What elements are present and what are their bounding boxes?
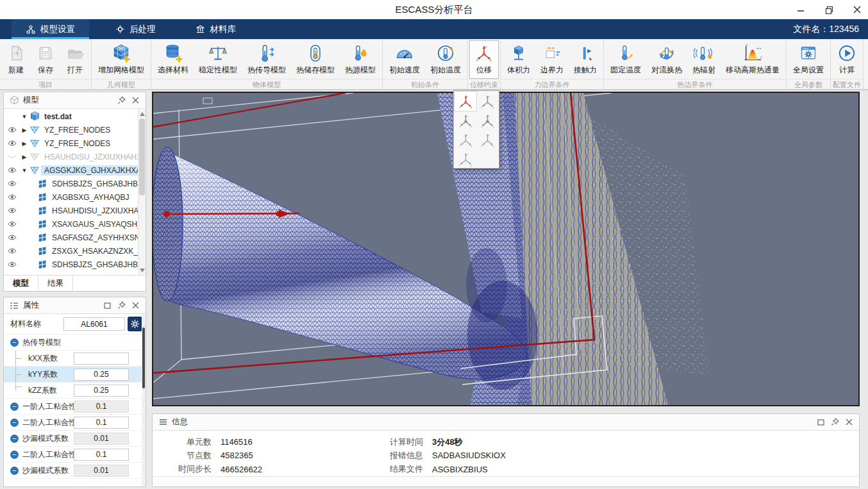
select-material-button[interactable]: 选择材料 [153, 40, 194, 79]
scrollbar-thumb[interactable] [139, 119, 145, 195]
new-button[interactable]: 新建 [1, 40, 31, 79]
initial-velocity-button[interactable]: 初始速度 [384, 40, 425, 79]
visibility-eye-icon[interactable] [4, 208, 21, 213]
expander-icon[interactable]: ▶ [21, 140, 28, 147]
constraint-option-z-axis-alt[interactable] [476, 130, 498, 149]
tree-root-row[interactable]: ▼ test.dat [4, 110, 146, 123]
constraint-option-z-only[interactable] [455, 149, 476, 169]
restore-icon[interactable] [823, 4, 835, 15]
fixed-temperature-button[interactable]: 固定温度 [605, 40, 646, 79]
add-mesh-model-button[interactable]: 增加网格模型 [93, 40, 149, 79]
tab-model-settings[interactable]: 模型设置 [12, 19, 89, 39]
open-button[interactable]: 打开 [60, 40, 90, 79]
visibility-eye-icon[interactable] [4, 221, 21, 227]
viscosity1-input[interactable] [74, 401, 129, 413]
constraint-option-xyz-light[interactable] [476, 92, 498, 111]
tree-row-mesh-group-hidden[interactable]: ▶ HSAUHDISU_JZXIUXHAHX [4, 150, 146, 163]
tree-row-part[interactable]: ZSXGX_HSAKAZNZXK_AHASX [4, 244, 146, 258]
pin-icon[interactable] [116, 95, 126, 106]
pin-icon[interactable] [830, 417, 840, 427]
tree-row-part[interactable]: HSAUHDISU_JZXIUXHAHX [4, 204, 146, 217]
collapse-icon[interactable]: − [10, 435, 19, 443]
heat-source-model-button[interactable]: 热源模型 [340, 40, 381, 79]
moving-gauss-heat-flux-button[interactable]: zx 移动高斯热通量 [721, 40, 785, 79]
tree-row-mesh-group[interactable]: ▶ YZ_FREE_NODES [4, 137, 146, 150]
heat-conduction-model-button[interactable]: 热传导模型 [242, 40, 291, 79]
tab-model[interactable]: 模型 [4, 276, 38, 291]
tree-row-part[interactable]: XSAXGAUS_AISYAQSH_ASHX [4, 217, 146, 231]
pin-icon[interactable] [116, 301, 126, 311]
expander-icon[interactable]: ▼ [21, 167, 28, 174]
visibility-eye-icon[interactable] [4, 235, 21, 240]
tree-row-part[interactable]: SAGFASGZ_ASYHHXSN [4, 231, 146, 244]
close-icon[interactable] [851, 4, 863, 15]
scroll-up-icon[interactable] [140, 112, 145, 116]
expander-icon[interactable]: ▶ [21, 154, 28, 160]
global-settings-button[interactable]: 全局设置 [788, 40, 829, 79]
close-icon[interactable] [130, 301, 140, 311]
visibility-eye-icon[interactable] [4, 194, 21, 200]
contact-force-button[interactable]: 接触力 [569, 40, 602, 79]
visibility-eye-icon[interactable] [4, 167, 21, 173]
convection-button[interactable]: 对流换热 [646, 40, 687, 79]
window-title: ESCASS分析平台 [0, 0, 868, 19]
tree-row-mesh-group-selected[interactable]: ▼ AGSGKJKG_GJHXAJKHXA [4, 163, 146, 177]
expander-icon[interactable]: ▶ [21, 127, 28, 133]
constraint-option-xyz-selected[interactable] [455, 92, 476, 111]
property-row-kxx: kXX系数 [4, 351, 146, 367]
kzz-input[interactable] [74, 385, 129, 397]
tree-scrollbar[interactable] [138, 110, 146, 275]
tree-row-part[interactable]: SDHSBJZS_GHSABJHB_ZAHU [4, 258, 146, 271]
tree-row-part[interactable]: SDHSBJZS_GHSABJHB_ZAHU [4, 177, 146, 190]
visibility-eye-icon[interactable] [4, 261, 21, 267]
collapse-icon[interactable]: − [10, 451, 19, 459]
constraint-option-z-axis[interactable] [455, 130, 476, 149]
thermometer-capsule-icon [306, 43, 324, 63]
constraint-option-yz-filled[interactable] [476, 111, 498, 130]
section-heat-conduction[interactable]: − 热传导模型 [4, 335, 146, 351]
collapse-icon[interactable]: − [10, 402, 19, 411]
tree-row-mesh-group[interactable]: ▶ YZ_FREE_NODES [4, 123, 146, 137]
visibility-eye-closed-icon[interactable] [4, 154, 21, 160]
radiation-button[interactable]: 热辐射 [687, 40, 721, 79]
visibility-eye-icon[interactable] [4, 140, 21, 146]
viscosity2-input[interactable] [74, 417, 129, 429]
hourglass1-input[interactable] [74, 433, 129, 445]
compute-button[interactable]: 计算 [832, 40, 862, 79]
boundary-force-button[interactable]: 边界力 [535, 40, 569, 79]
save-button[interactable]: 保存 [31, 40, 60, 79]
kyy-input[interactable] [74, 369, 129, 381]
maximize-icon[interactable] [102, 301, 112, 311]
close-icon[interactable] [844, 417, 854, 427]
close-icon[interactable] [130, 95, 140, 106]
visibility-eye-icon[interactable] [4, 248, 21, 254]
stability-model-button[interactable]: 稳定性模型 [194, 40, 242, 79]
tree-row-part[interactable]: XAGBSXG_AYHAQBJ [4, 190, 146, 204]
displacement-button[interactable]: 位移 [469, 40, 499, 79]
heat-storage-model-button[interactable]: 热储存模型 [291, 40, 340, 79]
scroll-down-icon[interactable] [140, 269, 145, 272]
tab-material-library[interactable]: 材料库 [181, 19, 251, 39]
tab-post-processing[interactable]: 后处理 [101, 19, 170, 39]
collapse-icon[interactable]: − [10, 467, 19, 475]
kxx-input[interactable] [74, 352, 129, 365]
viewport-3d[interactable] [152, 92, 860, 406]
initial-temperature-button[interactable]: 初始温度 [425, 40, 466, 79]
collapse-icon[interactable]: − [10, 419, 19, 427]
scrollbar-thumb[interactable] [142, 327, 145, 388]
material-settings-button[interactable] [128, 317, 142, 331]
tab-results[interactable]: 结果 [38, 276, 73, 291]
properties-scrollbar[interactable] [142, 315, 146, 486]
visibility-eye-icon[interactable] [4, 127, 21, 133]
material-name-input[interactable] [63, 317, 125, 331]
expander-icon[interactable]: ▼ [21, 113, 28, 120]
body-force-button[interactable]: 体积力 [502, 40, 535, 79]
maximize-icon[interactable] [815, 417, 826, 427]
constraint-option-xy-filled[interactable] [455, 111, 476, 130]
viscosity3-input[interactable] [74, 449, 129, 461]
collapse-icon[interactable]: − [10, 338, 19, 347]
hourglass2-input[interactable] [74, 465, 129, 477]
material-name-row: 材料名称 [4, 314, 146, 335]
visibility-eye-icon[interactable] [4, 181, 21, 186]
minimize-icon[interactable] [795, 4, 806, 15]
